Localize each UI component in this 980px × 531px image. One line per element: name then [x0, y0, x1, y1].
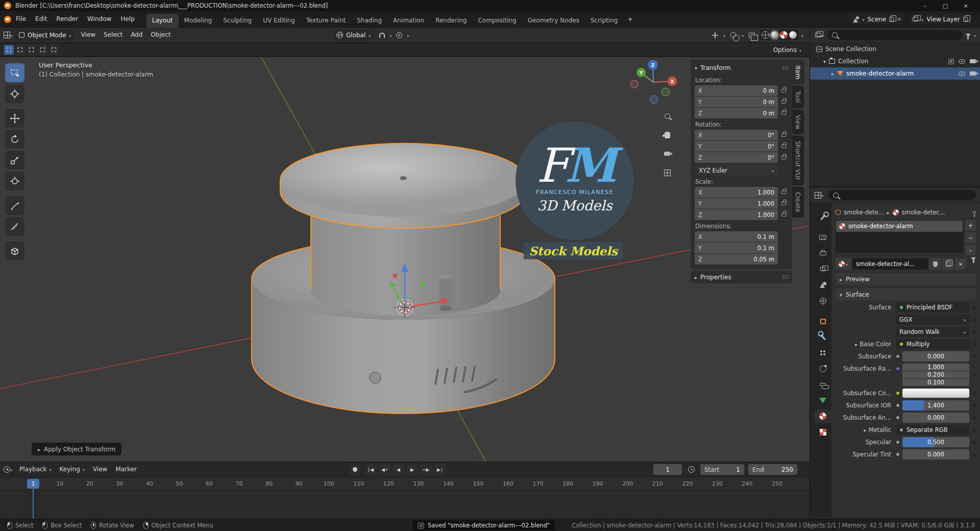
- select-mode-intersect[interactable]: [49, 45, 59, 55]
- select-mode-new[interactable]: [4, 45, 14, 55]
- properties-editor-type-button[interactable]: [814, 189, 824, 201]
- properties-tab-object-data[interactable]: [814, 394, 831, 407]
- dimensions-field[interactable]: X0.1 m: [695, 231, 789, 242]
- new-view-layer-icon[interactable]: [963, 17, 968, 22]
- outliner-row-collection[interactable]: Collection: [810, 55, 980, 67]
- scale-field[interactable]: Y1.000: [695, 198, 789, 209]
- properties-tab-output[interactable]: [814, 247, 831, 260]
- animate-decorator[interactable]: [972, 428, 976, 432]
- viewport-menu-item[interactable]: View: [77, 28, 100, 42]
- show-gizmo-toggle[interactable]: [710, 30, 720, 41]
- n-panel-tab[interactable]: Tool: [792, 86, 804, 108]
- workspace-tab[interactable]: Modeling: [179, 14, 218, 28]
- lock-icon[interactable]: [781, 111, 786, 115]
- properties-collapsed-panel[interactable]: Properties: [691, 271, 792, 283]
- animate-decorator[interactable]: [972, 404, 976, 407]
- properties-tab-view-layer[interactable]: [814, 262, 831, 276]
- timeline-editor-type-button[interactable]: [3, 464, 13, 475]
- material-preview-shading-icon[interactable]: [780, 31, 788, 39]
- properties-search-input[interactable]: [828, 190, 976, 200]
- view-layer-selector[interactable]: View Layer: [910, 14, 971, 25]
- properties-tab-modifiers[interactable]: [814, 330, 831, 344]
- subsurface-ior-slider[interactable]: 1.400: [902, 400, 969, 411]
- surface-shader-button[interactable]: Principled BSDF: [896, 302, 969, 312]
- n-panel-tab[interactable]: View: [792, 110, 804, 134]
- select-mode-extend[interactable]: [15, 45, 25, 55]
- snap-dropdown-icon[interactable]: [389, 32, 391, 39]
- transform-tool[interactable]: [5, 172, 24, 190]
- keying-menu[interactable]: Keying: [56, 462, 89, 477]
- navigation-gizmo[interactable]: Z Y X: [631, 60, 677, 104]
- lock-icon[interactable]: [781, 156, 786, 159]
- lock-icon[interactable]: [781, 202, 786, 205]
- animate-decorator[interactable]: [972, 416, 976, 420]
- transport-button[interactable]: ▶|: [434, 464, 446, 475]
- filter-icon[interactable]: [966, 34, 971, 37]
- dimensions-field[interactable]: Y0.1 m: [695, 243, 789, 253]
- unlink-material-button[interactable]: ×: [955, 258, 966, 270]
- outliner-row-object[interactable]: smoke-detector-alarm: [810, 67, 980, 80]
- smoke-detector-object[interactable]: [252, 143, 555, 414]
- transport-button[interactable]: |◀: [365, 464, 377, 475]
- dimensions-field[interactable]: Z0.05 m: [695, 254, 789, 264]
- rendered-shading-icon[interactable]: [789, 31, 797, 39]
- editor-type-button[interactable]: [3, 30, 13, 41]
- animate-decorator[interactable]: [972, 453, 976, 456]
- lock-icon[interactable]: [781, 100, 786, 104]
- menubar-item[interactable]: Help: [116, 11, 139, 27]
- animate-decorator[interactable]: [972, 392, 976, 395]
- snap-toggle[interactable]: [377, 30, 387, 41]
- lock-icon[interactable]: [781, 133, 786, 137]
- frame-start-field[interactable]: Start1: [700, 464, 744, 475]
- measure-tool[interactable]: [5, 217, 24, 236]
- properties-tab-particles[interactable]: [814, 346, 831, 359]
- add-workspace-button[interactable]: +: [623, 15, 637, 23]
- scale-field[interactable]: X1.000: [695, 187, 789, 198]
- n-panel-tab[interactable]: Shortcut VUr: [792, 136, 804, 185]
- subsurface-radius-z[interactable]: 0.100: [902, 379, 969, 386]
- animate-decorator[interactable]: [972, 441, 976, 444]
- properties-tab-constraints[interactable]: [814, 378, 831, 391]
- subsurface-color-swatch[interactable]: [902, 389, 969, 398]
- proportional-editing-toggle[interactable]: [394, 30, 404, 41]
- n-panel-tab[interactable]: Create: [792, 187, 804, 218]
- nav-axis-z-neg[interactable]: [650, 96, 658, 104]
- subsurface-method-dropdown[interactable]: Random Walk: [896, 327, 969, 337]
- stopwatch-icon[interactable]: [686, 464, 696, 475]
- properties-tab-physics[interactable]: [814, 362, 831, 375]
- collection-checkbox[interactable]: [948, 59, 954, 64]
- menubar-item[interactable]: Window: [83, 11, 116, 27]
- hide-in-viewport-icon[interactable]: [959, 59, 965, 64]
- remove-material-slot-button[interactable]: [965, 232, 976, 243]
- subsurface-radius-y[interactable]: 0.200: [902, 371, 969, 378]
- nav-axis-x-neg[interactable]: [631, 81, 639, 88]
- maximize-button[interactable]: □: [935, 0, 955, 11]
- viewport-menu-item[interactable]: Select: [100, 28, 127, 42]
- animate-decorator[interactable]: [972, 306, 976, 309]
- workspace-tab[interactable]: Shading: [351, 14, 387, 28]
- location-field[interactable]: Z0 m: [695, 108, 789, 118]
- workspace-tab[interactable]: Geometry Nodes: [522, 14, 585, 28]
- move-tool[interactable]: [5, 109, 24, 128]
- auto-keying-toggle[interactable]: [349, 464, 360, 475]
- hide-in-viewport-icon[interactable]: [959, 71, 965, 76]
- browse-material-button[interactable]: [836, 258, 851, 270]
- new-scene-icon[interactable]: [889, 17, 894, 22]
- workspace-tab[interactable]: Rendering: [430, 14, 472, 28]
- shading-dropdown-icon[interactable]: [801, 32, 803, 39]
- rotation-mode-dropdown[interactable]: XYZ Euler: [695, 165, 778, 176]
- disable-in-render-icon[interactable]: [970, 71, 976, 76]
- zoom-icon[interactable]: [660, 109, 674, 123]
- preview-panel-header[interactable]: Preview: [836, 273, 976, 285]
- timeline-ruler[interactable]: 1020304050607080901001101201301401501601…: [0, 477, 810, 491]
- lock-icon[interactable]: [781, 213, 786, 216]
- rotation-field[interactable]: Z0°: [695, 152, 789, 163]
- lock-icon[interactable]: [781, 144, 786, 148]
- ortho-toggle-icon[interactable]: [660, 166, 674, 179]
- location-field[interactable]: Y0 m: [695, 96, 789, 107]
- playhead-line[interactable]: [33, 489, 34, 519]
- outliner-row-scene-collection[interactable]: Scene Collection: [810, 43, 980, 55]
- metallic-link-button[interactable]: Separate RGB: [896, 425, 969, 435]
- expand-icon[interactable]: [864, 426, 867, 433]
- rotate-tool[interactable]: [5, 130, 24, 149]
